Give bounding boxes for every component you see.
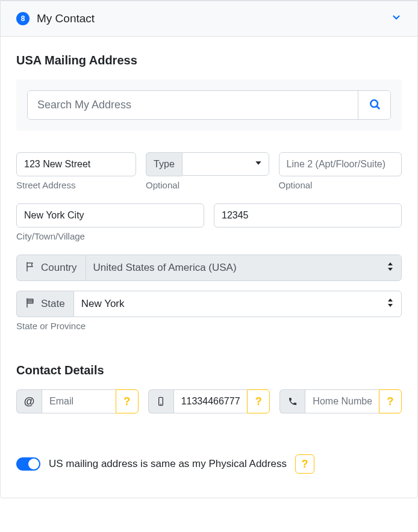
panel-title: My Contact [37, 12, 95, 25]
address-line1-row: Street Address Type Optional [16, 152, 402, 190]
address-search-button[interactable] [358, 91, 390, 119]
city-zip-row: City/Town/Village [16, 203, 402, 241]
state-label: State [16, 291, 73, 317]
address-search-input[interactable] [28, 91, 358, 119]
home-phone-help-button[interactable]: ? [379, 389, 402, 413]
address-line2-input[interactable] [279, 152, 402, 176]
address-type-help: Optional [146, 180, 269, 190]
mobile-help-button[interactable]: ? [247, 389, 270, 413]
same-address-label: US mailing address is same as my Physica… [49, 458, 287, 470]
panel-header-left: 8 My Contact [16, 12, 95, 25]
street-address-help: Street Address [16, 180, 136, 190]
search-icon [369, 98, 381, 112]
email-input[interactable] [42, 389, 116, 413]
same-address-toggle[interactable] [16, 457, 40, 471]
state-select[interactable]: New York [73, 291, 402, 317]
zip-input[interactable] [214, 203, 402, 227]
city-input[interactable] [16, 203, 204, 227]
email-icon: @ [16, 389, 42, 413]
chevron-down-icon[interactable] [391, 12, 402, 25]
home-phone-input[interactable] [305, 389, 379, 413]
mobile-group: ? [148, 389, 270, 413]
street-address-input[interactable] [16, 152, 136, 176]
address-search-group [27, 90, 391, 120]
svg-line-1 [376, 107, 379, 109]
toggle-knob [28, 459, 39, 469]
flag-usa-icon [25, 297, 36, 311]
email-group: @ ? [16, 389, 139, 413]
flag-icon [25, 261, 36, 275]
same-address-help-button[interactable]: ? [295, 454, 314, 474]
state-select-group: State New York [16, 291, 402, 317]
mobile-input[interactable] [173, 389, 248, 413]
section-title-mailing-address: USA Mailing Address [16, 54, 402, 67]
address-search-wrapper [16, 79, 402, 131]
state-label-text: State [41, 298, 65, 310]
email-help-button[interactable]: ? [116, 389, 139, 413]
country-select-group: Country United States of America (USA) [16, 255, 402, 281]
address-line2-help: Optional [279, 180, 402, 190]
country-select-display[interactable]: United States of America (USA) [86, 255, 402, 281]
address-type-label: Type [146, 152, 182, 176]
country-label-text: Country [41, 262, 77, 274]
contact-fields-row: @ ? ? ? [16, 389, 402, 413]
phone-icon [279, 389, 305, 413]
address-type-group: Type [146, 152, 269, 176]
panel-body: USA Mailing Address Street Address [1, 37, 417, 498]
city-help: City/Town/Village [16, 231, 204, 241]
section-title-contact-details: Contact Details [16, 363, 402, 377]
home-phone-group: ? [279, 389, 402, 413]
address-type-select[interactable] [182, 152, 269, 176]
mobile-icon [148, 389, 173, 413]
step-number-badge: 8 [16, 12, 30, 25]
state-help: State or Province [16, 321, 402, 331]
panel-header[interactable]: 8 My Contact [1, 1, 417, 37]
country-label: Country [16, 255, 86, 281]
country-select[interactable]: United States of America (USA) [86, 255, 402, 281]
my-contact-panel: 8 My Contact USA Mailing Address [0, 0, 418, 498]
same-address-row: US mailing address is same as my Physica… [16, 454, 402, 474]
state-select-display[interactable]: New York [73, 291, 402, 317]
